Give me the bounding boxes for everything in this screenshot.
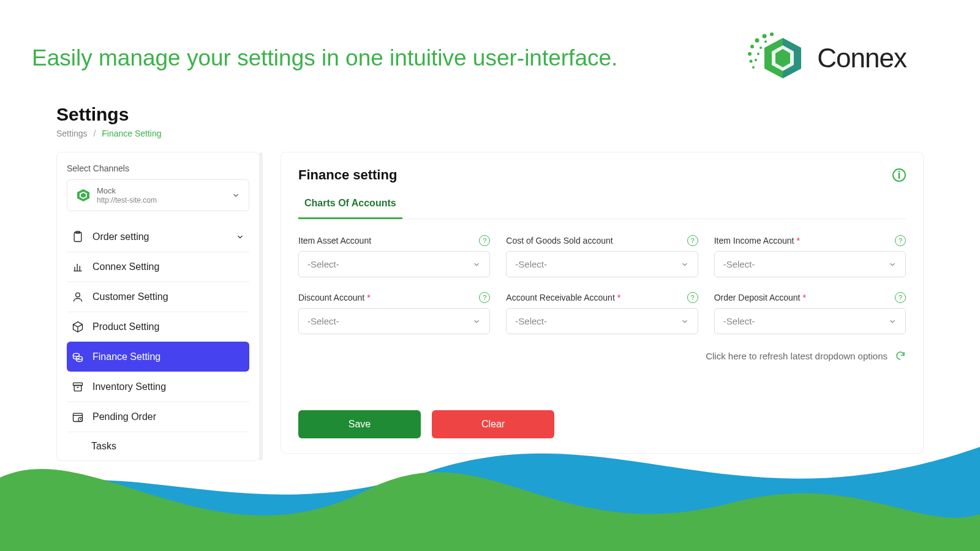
- chevron-down-icon: [888, 317, 897, 326]
- user-icon: [72, 291, 84, 303]
- chevron-down-icon: [472, 317, 481, 326]
- breadcrumb-current: Finance Setting: [102, 129, 161, 138]
- coins-icon: [72, 351, 84, 363]
- required-mark: *: [367, 293, 370, 302]
- svg-point-0: [752, 66, 755, 69]
- sidebar-item-inventory-setting[interactable]: Inventory Setting: [67, 372, 249, 402]
- fields-grid: Item Asset Account ? -Select- Cost of Go…: [298, 235, 906, 334]
- help-icon[interactable]: ?: [479, 235, 490, 246]
- field-label: Item Asset Account: [298, 236, 371, 246]
- field-label: Discount Account: [298, 293, 364, 302]
- select-value: -Select-: [515, 259, 547, 269]
- select-item-income-account[interactable]: -Select-: [714, 251, 906, 277]
- select-value: -Select-: [723, 316, 755, 326]
- breadcrumb-root[interactable]: Settings: [56, 129, 88, 138]
- sidebar-item-tasks[interactable]: Tasks: [67, 432, 249, 460]
- select-value: -Select-: [307, 259, 339, 269]
- form-actions: Save Clear: [298, 410, 906, 438]
- select-item-asset-account[interactable]: -Select-: [298, 251, 490, 277]
- box-icon: [72, 321, 84, 333]
- field-account-receivable: Account Receivable Account* ? -Select-: [506, 292, 698, 334]
- brand-logo-text: Connex: [817, 43, 907, 73]
- sidebar-item-customer-setting[interactable]: Customer Setting: [67, 282, 249, 312]
- select-value: -Select-: [307, 316, 339, 326]
- svg-point-5: [763, 34, 767, 39]
- sidebar-nav: Order setting Connex Setting Customer Se…: [67, 222, 249, 460]
- chevron-down-icon: [236, 233, 244, 241]
- sidebar-item-label: Connex Setting: [92, 261, 159, 272]
- info-icon[interactable]: i: [892, 168, 906, 182]
- refresh-icon[interactable]: [895, 350, 906, 361]
- brand-logo: Connex: [746, 31, 907, 86]
- field-label: Item Income Account: [714, 236, 794, 246]
- chevron-down-icon: [472, 260, 481, 269]
- help-icon[interactable]: ?: [687, 292, 698, 303]
- svg-point-21: [74, 353, 80, 356]
- select-channels-label: Select Channels: [67, 163, 249, 173]
- channel-name: Mock: [97, 186, 225, 196]
- sidebar-item-label: Order setting: [92, 231, 149, 242]
- select-cogs-account[interactable]: -Select-: [506, 251, 698, 277]
- field-cogs-account: Cost of Goods Sold account ? -Select-: [506, 235, 698, 277]
- svg-point-7: [757, 53, 760, 55]
- sidebar-item-pending-order[interactable]: Pending Order: [67, 402, 249, 432]
- svg-point-10: [764, 40, 767, 43]
- chevron-down-icon: [680, 317, 689, 326]
- chevron-down-icon: [232, 191, 240, 200]
- channel-logo-icon: [76, 188, 91, 203]
- sidebar-item-label: Customer Setting: [92, 291, 168, 302]
- svg-point-6: [770, 32, 774, 36]
- field-label: Order Deposit Account: [714, 293, 801, 302]
- help-icon[interactable]: ?: [895, 235, 906, 246]
- clipboard-icon: [72, 231, 84, 243]
- select-order-deposit-account[interactable]: -Select-: [714, 308, 906, 334]
- tabs: Charts Of Accounts: [298, 194, 906, 219]
- tab-charts-of-accounts[interactable]: Charts Of Accounts: [298, 194, 402, 219]
- channel-url: http://test-site.com: [97, 196, 225, 204]
- hero-tagline: Easily manage your settings in one intui…: [32, 45, 617, 71]
- chevron-down-icon: [680, 260, 689, 269]
- field-label: Cost of Goods Sold account: [506, 236, 612, 246]
- clear-button[interactable]: Clear: [432, 410, 554, 438]
- sidebar-item-label: Inventory Setting: [92, 381, 166, 392]
- hero: Easily manage your settings in one intui…: [0, 0, 980, 104]
- sidebar-item-label: Finance Setting: [92, 351, 160, 362]
- archive-icon: [72, 381, 84, 393]
- help-icon[interactable]: ?: [895, 292, 906, 303]
- channel-select[interactable]: Mock http://test-site.com: [67, 179, 249, 211]
- svg-point-9: [755, 59, 757, 61]
- sidebar-item-product-setting[interactable]: Product Setting: [67, 312, 249, 342]
- sidebar-item-order-setting[interactable]: Order setting: [67, 222, 249, 252]
- svg-point-1: [750, 60, 753, 63]
- required-mark: *: [617, 293, 620, 302]
- select-discount-account[interactable]: -Select-: [298, 308, 490, 334]
- required-mark: *: [796, 236, 799, 246]
- svg-point-20: [76, 293, 80, 297]
- sidebar-item-label: Tasks: [91, 441, 116, 452]
- select-value: -Select-: [515, 316, 547, 326]
- svg-point-4: [755, 39, 760, 43]
- breadcrumb: Settings / Finance Setting: [56, 129, 924, 138]
- select-account-receivable[interactable]: -Select-: [506, 308, 698, 334]
- breadcrumb-separator: /: [93, 129, 96, 138]
- field-discount-account: Discount Account* ? -Select-: [298, 292, 490, 334]
- save-button[interactable]: Save: [298, 410, 421, 438]
- select-value: -Select-: [723, 259, 755, 269]
- field-label: Account Receivable Account: [506, 293, 614, 302]
- sidebar-item-connex-setting[interactable]: Connex Setting: [67, 252, 249, 282]
- refresh-row: Click here to refresh latest dropdown op…: [298, 350, 906, 361]
- refresh-text[interactable]: Click here to refresh latest dropdown op…: [706, 351, 888, 361]
- help-icon[interactable]: ?: [479, 292, 490, 303]
- sidebar-item-finance-setting[interactable]: Finance Setting: [67, 342, 249, 372]
- chart-icon: [72, 261, 84, 273]
- main-panel: Finance setting i Charts Of Accounts Ite…: [281, 152, 924, 454]
- chevron-down-icon: [888, 260, 897, 269]
- main-title: Finance setting: [298, 167, 397, 183]
- calendar-clock-icon: [72, 411, 84, 423]
- page-title: Settings: [56, 104, 924, 125]
- help-icon[interactable]: ?: [687, 235, 698, 246]
- required-mark: *: [803, 293, 806, 302]
- field-item-asset-account: Item Asset Account ? -Select-: [298, 235, 490, 277]
- sidebar-item-label: Pending Order: [92, 411, 156, 422]
- sidebar-item-label: Product Setting: [92, 321, 159, 332]
